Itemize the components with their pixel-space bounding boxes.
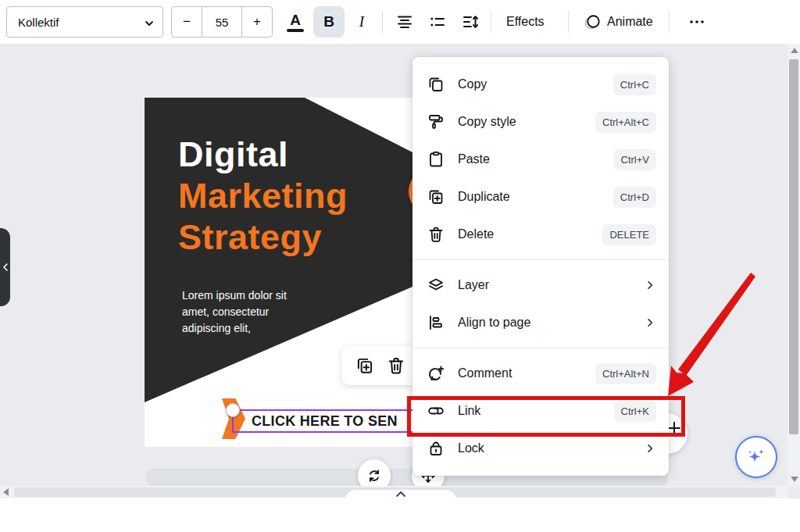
font-selector[interactable]: Kollektif bbox=[6, 6, 163, 37]
text-color-swatch bbox=[287, 29, 304, 32]
shortcut-badge: Ctrl+V bbox=[614, 149, 656, 170]
font-size-input[interactable]: 55 bbox=[202, 6, 241, 37]
font-size-group: − 55 + bbox=[171, 6, 273, 37]
text-align-button[interactable] bbox=[389, 6, 420, 37]
toolbar-divider bbox=[568, 11, 569, 33]
chevron-down-icon bbox=[144, 18, 155, 29]
align-center-icon bbox=[395, 12, 414, 31]
sidebar-collapse-tab[interactable] bbox=[0, 228, 10, 306]
menu-item-paste[interactable]: Paste Ctrl+V bbox=[412, 141, 669, 178]
chevron-right-icon bbox=[644, 279, 656, 291]
shortcut-badge: DELETE bbox=[602, 224, 656, 245]
menu-label: Lock bbox=[458, 441, 644, 455]
title-line-1: Digital bbox=[178, 134, 348, 175]
menu-label: Copy style bbox=[458, 115, 595, 129]
menu-label: Comment bbox=[458, 366, 595, 380]
menu-divider bbox=[412, 348, 669, 348]
menu-label: Paste bbox=[458, 152, 614, 166]
menu-item-layer[interactable]: Layer bbox=[412, 266, 669, 304]
animate-icon bbox=[584, 12, 602, 31]
title-line-3: Strategy bbox=[178, 216, 348, 258]
top-toolbar: Kollektif − 55 + A B I Effects Animate bbox=[0, 0, 800, 44]
menu-item-delete[interactable]: Delete DELETE bbox=[412, 216, 669, 253]
ellipsis-icon bbox=[688, 12, 706, 31]
menu-item-copy[interactable]: Copy Ctrl+C bbox=[412, 66, 669, 103]
font-size-increase-button[interactable]: + bbox=[241, 6, 273, 37]
bottom-status-bar: Notes Page 1 of 1 23% 1 ? bbox=[0, 498, 800, 532]
menu-item-comment[interactable]: Comment Ctrl+Alt+N bbox=[412, 355, 669, 392]
toolbar-divider bbox=[669, 11, 670, 33]
animate-button[interactable]: Animate bbox=[576, 6, 661, 37]
scroll-down-arrow[interactable] bbox=[791, 477, 798, 482]
rotate-icon bbox=[366, 467, 383, 484]
duplicate-icon bbox=[427, 187, 445, 206]
paint-roller-icon bbox=[427, 112, 445, 131]
comment-icon bbox=[427, 364, 445, 383]
sparkle-icon bbox=[744, 445, 769, 470]
clipboard-icon bbox=[427, 150, 445, 169]
line-spacing-icon bbox=[461, 12, 480, 31]
line-spacing-button[interactable] bbox=[455, 6, 486, 37]
trash-icon bbox=[427, 225, 445, 244]
copy-icon bbox=[427, 75, 445, 94]
toolbar-divider bbox=[491, 11, 491, 33]
layers-icon bbox=[427, 276, 445, 295]
scroll-up-arrow[interactable] bbox=[791, 48, 798, 53]
trash-icon[interactable] bbox=[386, 355, 406, 376]
selection-handle[interactable] bbox=[226, 403, 240, 417]
design-body-text[interactable]: Lorem ipsum dolor sit amet, consectetur … bbox=[182, 287, 287, 337]
menu-label: Align to page bbox=[458, 316, 644, 330]
bullet-list-button[interactable] bbox=[422, 6, 453, 37]
design-title[interactable]: Digital Marketing Strategy bbox=[178, 134, 348, 258]
more-options-button[interactable] bbox=[681, 6, 712, 37]
chevron-left-icon bbox=[2, 263, 9, 271]
cta-text-element[interactable]: CLICK HERE TO SEN bbox=[252, 413, 398, 430]
link-highlight-box bbox=[407, 396, 685, 437]
menu-item-duplicate[interactable]: Duplicate Ctrl+D bbox=[412, 178, 669, 216]
shortcut-badge: Ctrl+Alt+N bbox=[595, 363, 656, 384]
effects-button[interactable]: Effects bbox=[498, 6, 552, 37]
menu-label: Copy bbox=[458, 77, 613, 91]
chevron-right-icon bbox=[644, 442, 656, 455]
canva-editor-window: Kollektif − 55 + A B I Effects Animate bbox=[0, 0, 800, 532]
animate-label: Animate bbox=[607, 15, 653, 29]
shortcut-badge: Ctrl+D bbox=[613, 187, 656, 208]
font-name: Kollektif bbox=[18, 16, 153, 29]
menu-label: Delete bbox=[458, 227, 602, 241]
text-color-button[interactable]: A bbox=[280, 6, 311, 37]
lock-icon bbox=[427, 439, 445, 458]
chevron-right-icon bbox=[644, 316, 656, 329]
duplicate-icon[interactable] bbox=[355, 355, 375, 376]
vertical-scrollbar-thumb[interactable] bbox=[789, 59, 798, 434]
shortcut-badge: Ctrl+C bbox=[613, 74, 656, 95]
text-color-glyph: A bbox=[290, 12, 301, 27]
align-elements-icon bbox=[427, 313, 445, 332]
bold-button[interactable]: B bbox=[313, 6, 345, 37]
bullet-list-icon bbox=[428, 12, 447, 31]
italic-button[interactable]: I bbox=[346, 6, 377, 37]
shortcut-badge: Ctrl+Alt+C bbox=[595, 112, 656, 133]
toolbar-divider bbox=[382, 11, 383, 33]
menu-item-align-to-page[interactable]: Align to page bbox=[412, 304, 669, 341]
chevron-up-icon bbox=[395, 490, 407, 498]
menu-divider bbox=[412, 259, 669, 260]
vertical-scrollbar[interactable] bbox=[788, 44, 800, 486]
selection-mini-toolbar bbox=[341, 346, 420, 385]
assistant-button[interactable] bbox=[735, 436, 777, 478]
scroll-left-arrow[interactable] bbox=[3, 488, 9, 496]
font-size-decrease-button[interactable]: − bbox=[171, 6, 202, 37]
title-line-2: Marketing bbox=[178, 175, 348, 216]
menu-label: Duplicate bbox=[458, 190, 613, 204]
menu-label: Layer bbox=[458, 278, 644, 292]
menu-item-copy-style[interactable]: Copy style Ctrl+Alt+C bbox=[412, 103, 669, 141]
